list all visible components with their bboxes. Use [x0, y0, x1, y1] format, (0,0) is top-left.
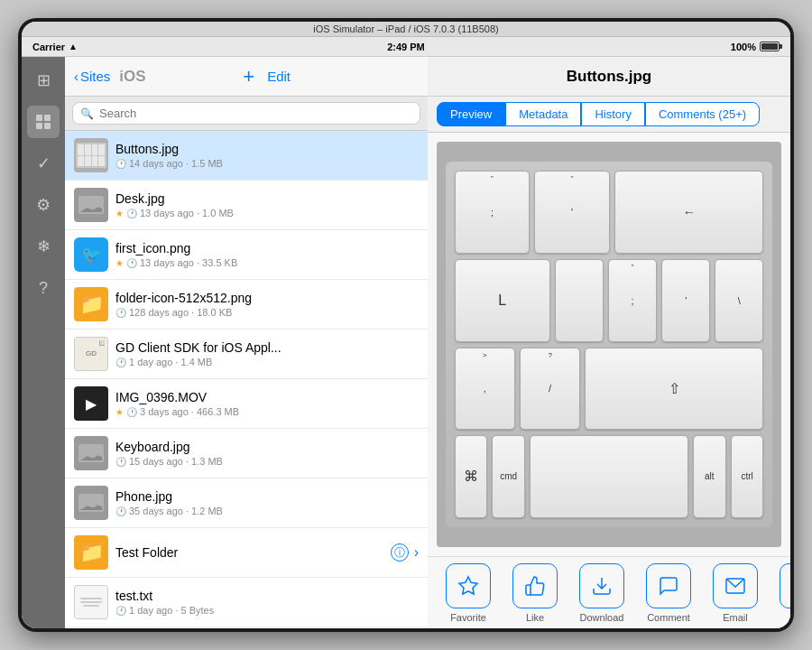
file-name: Phone.jpg	[115, 489, 419, 504]
chevron-right-icon: ›	[414, 544, 419, 561]
kb-key: "'	[534, 171, 610, 254]
file-name: first_icon.png	[115, 241, 419, 255]
file-info: IMG_0396.MOV ★🕐3 days ago · 466.3 MB	[115, 390, 419, 417]
action-icon-download	[579, 563, 624, 608]
file-thumbnail: 📁	[74, 535, 108, 570]
tab-metadata[interactable]: Metadata	[505, 102, 581, 126]
svg-rect-1	[44, 115, 51, 121]
back-button[interactable]: ‹ Sites	[74, 69, 110, 84]
folder-item-right: ⓘ ›	[391, 543, 419, 562]
chevron-left-icon: ‹	[74, 69, 78, 84]
keyboard-visual: "; "' ← L "; ' \	[446, 162, 773, 526]
star-icon: ★	[115, 407, 124, 417]
action-icon-like	[512, 563, 558, 608]
tab-preview[interactable]: Preview	[437, 102, 505, 126]
action-label-download: Download	[580, 612, 624, 623]
rail-item-snowflake[interactable]: ❄	[27, 230, 60, 263]
kb-key-alt: alt	[693, 435, 726, 518]
file-info: test.txt 🕐1 day ago · 5 Bytes	[115, 589, 419, 616]
rail-item-files[interactable]	[27, 106, 60, 138]
edit-button[interactable]: Edit	[267, 69, 291, 84]
file-info: GD Client SDK for iOS Appl... 🕐1 day ago…	[115, 340, 419, 367]
detail-file-title: Buttons.jpg	[437, 68, 781, 86]
tab-comments[interactable]: Comments (25+)	[645, 102, 760, 126]
kb-key: ?/	[520, 348, 580, 431]
action-like[interactable]: Like	[503, 563, 567, 623]
kb-key: ";	[455, 171, 531, 254]
detail-tabs: Preview Metadata History Comments (25+)	[428, 97, 790, 133]
svg-rect-3	[44, 123, 51, 129]
file-meta: ★🕐13 days ago · 33.5 KB	[115, 257, 419, 268]
file-thumbnail	[74, 436, 108, 470]
status-right: 100%	[731, 42, 780, 52]
rail-item-help[interactable]: ?	[27, 272, 60, 304]
file-thumbnail	[74, 585, 108, 619]
file-meta: 🕐15 days ago · 1.3 MB	[115, 456, 419, 467]
file-info: Buttons.jpg 🕐14 days ago · 1.5 MB	[115, 142, 419, 169]
status-left: Carrier ▲	[32, 42, 78, 52]
rail-item-check[interactable]: ✓	[27, 147, 60, 180]
folder-info-button[interactable]: ⓘ	[391, 543, 409, 562]
tab-history[interactable]: History	[581, 102, 644, 126]
file-name: GD Client SDK for iOS Appl...	[115, 340, 419, 355]
kb-row-2: L "; ' \	[455, 259, 764, 342]
rail-item-grid[interactable]: ⊞	[27, 64, 60, 97]
search-bar: 🔍	[65, 97, 428, 131]
file-meta-text: 35 days ago · 1.2 MB	[129, 506, 223, 516]
list-item[interactable]: Keyboard.jpg 🕐15 days ago · 1.3 MB	[65, 429, 428, 478]
action-email[interactable]: Email	[704, 563, 767, 623]
list-item[interactable]: ▶ IMG_0396.MOV ★🕐3 days ago · 466.3 MB	[65, 379, 428, 429]
file-name: Test Folder	[115, 545, 391, 560]
list-item[interactable]: Desk.jpg ★🕐13 days ago · 1.0 MB	[65, 181, 428, 230]
file-name: IMG_0396.MOV	[115, 390, 419, 404]
kb-key: ←	[614, 171, 763, 254]
list-item[interactable]: Phone.jpg 🕐35 days ago · 1.2 MB	[65, 478, 428, 528]
list-item[interactable]: 📁 Test Folder ⓘ ›	[65, 528, 428, 578]
file-meta: ★🕐13 days ago · 1.0 MB	[115, 208, 419, 218]
detail-nav-bar: Buttons.jpg	[428, 57, 790, 97]
file-meta-text: 3 days ago · 466.3 MB	[140, 406, 239, 417]
action-favorite[interactable]: Favorite	[437, 563, 500, 623]
clock-icon: 🕐	[115, 606, 126, 616]
list-item[interactable]: GD GD Client SDK for iOS Appl... 🕐1 day …	[65, 330, 428, 379]
add-button[interactable]: +	[243, 65, 254, 88]
action-print[interactable]: Print	[770, 563, 790, 623]
clock-icon: 🕐	[126, 258, 137, 268]
file-info: first_icon.png ★🕐13 days ago · 33.5 KB	[115, 241, 419, 268]
search-icon: 🔍	[80, 107, 94, 120]
action-comment[interactable]: Comment	[637, 563, 700, 623]
rail-item-gear[interactable]: ⚙	[27, 189, 60, 221]
icon-rail: ⊞ ✓ ⚙ ❄ ?	[22, 57, 65, 628]
nav-left: ‹ Sites iOS	[74, 68, 182, 86]
action-icon-print	[780, 563, 790, 608]
file-meta: 🕐1 day ago · 5 Bytes	[115, 605, 419, 616]
simulator-title-bar: iOS Simulator – iPad / iOS 7.0.3 (11B508…	[22, 22, 790, 37]
list-item[interactable]: Buttons.jpg 🕐14 days ago · 1.5 MB	[65, 131, 428, 181]
action-label-favorite: Favorite	[450, 612, 486, 623]
detail-panel: Buttons.jpg Preview Metadata History Com…	[428, 57, 790, 628]
search-wrap: 🔍	[72, 102, 420, 125]
battery-icon	[760, 42, 780, 51]
action-download[interactable]: Download	[570, 563, 633, 623]
list-item[interactable]: 🐦 first_icon.png ★🕐13 days ago · 33.5 KB	[65, 230, 428, 280]
file-meta-text: 13 days ago · 33.5 KB	[140, 257, 237, 268]
file-list: Buttons.jpg 🕐14 days ago · 1.5 MB Desk.j…	[65, 131, 428, 628]
file-meta: 🕐128 days ago · 18.0 KB	[115, 307, 419, 318]
file-meta-text: 14 days ago · 1.5 MB	[129, 158, 223, 169]
file-name: Buttons.jpg	[115, 142, 419, 156]
list-item[interactable]: 📁 folder-icon-512x512.png 🕐128 days ago …	[65, 280, 428, 330]
file-thumbnail: 🐦	[74, 237, 108, 272]
kb-key-cmd-sym: ⌘	[455, 435, 488, 518]
search-input[interactable]	[99, 107, 412, 120]
file-info: Desk.jpg ★🕐13 days ago · 1.0 MB	[115, 191, 419, 218]
kb-key-cmd: cmd	[492, 435, 525, 518]
list-item[interactable]: test.txt 🕐1 day ago · 5 Bytes	[65, 578, 428, 627]
clock-icon: 🕐	[126, 407, 137, 417]
kb-key-ctrl: ctrl	[731, 435, 764, 518]
kb-row-3: >, ?/ ⇧	[455, 348, 764, 431]
kb-key: ⇧	[585, 348, 763, 431]
kb-row-4: ⌘ cmd alt ctrl	[455, 435, 764, 518]
clock-icon: 🕐	[115, 358, 126, 367]
file-meta-text: 15 days ago · 1.3 MB	[129, 456, 223, 467]
file-meta: 🕐35 days ago · 1.2 MB	[115, 506, 419, 516]
